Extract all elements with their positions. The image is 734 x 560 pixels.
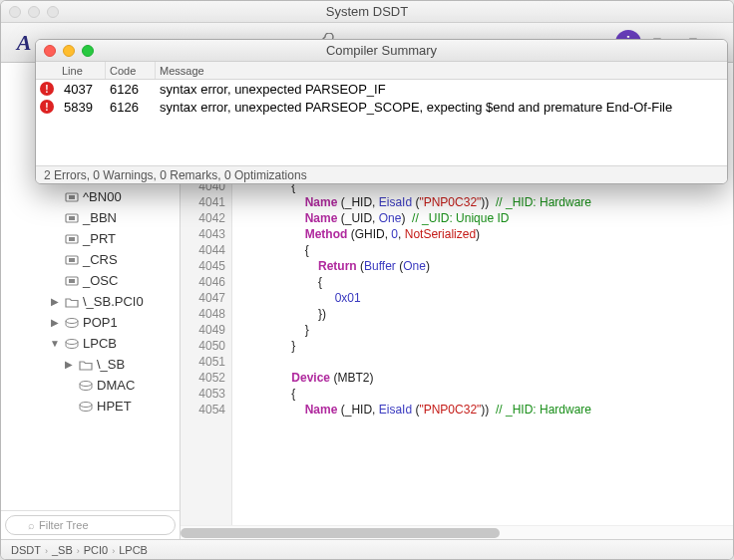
summary-columns: Line Code Message	[36, 62, 727, 80]
disclosure-icon[interactable]: ▼	[49, 338, 61, 349]
tree-item-lpcb[interactable]: ▼ LPCB	[1, 333, 180, 354]
tree-item-label: HPET	[97, 399, 132, 414]
error-code: 6126	[106, 100, 156, 115]
minimize-icon[interactable]	[28, 6, 40, 18]
tree-item-label: \_SB.PCI0	[83, 294, 144, 309]
tree-item-_prt[interactable]: _PRT	[1, 228, 180, 249]
summary-rows: ! 4037 6126 syntax error, unexpected PAR…	[36, 80, 727, 116]
folder-icon	[63, 296, 81, 308]
chevron-right-icon: ›	[77, 546, 80, 556]
tree-item-pop1[interactable]: ▶ POP1	[1, 312, 180, 333]
tree-item-_crs[interactable]: _CRS	[1, 249, 180, 270]
line-number: 4052	[181, 370, 225, 386]
statusbar: DSDT›_SB›PCI0›LPCB	[1, 539, 733, 559]
svg-rect-9	[69, 279, 75, 283]
crumb[interactable]: PCI0	[84, 544, 108, 556]
error-icon: !	[40, 100, 54, 114]
disclosure-icon[interactable]: ▶	[49, 317, 61, 328]
line-number: 4047	[181, 290, 225, 306]
line-number: 4043	[181, 226, 225, 242]
disk-icon	[77, 380, 95, 392]
line-number: 4042	[181, 210, 225, 226]
line-number: 4050	[181, 338, 225, 354]
tree-item-label: POP1	[83, 315, 118, 330]
tree-item-dmac[interactable]: DMAC	[1, 375, 180, 396]
main-traffic-lights	[9, 6, 59, 18]
folder-icon	[77, 359, 95, 371]
tree-item-label: DMAC	[97, 378, 135, 393]
line-number: 4053	[181, 386, 225, 402]
tree-item-label: _CRS	[83, 252, 118, 267]
minimize-icon[interactable]	[63, 45, 75, 57]
tree-item-_sb[interactable]: ▶ \_SB	[1, 354, 180, 375]
tree-item-bn00[interactable]: ^BN00	[1, 186, 180, 207]
chip-icon	[63, 232, 81, 246]
disk-icon	[77, 401, 95, 413]
filter-placeholder: Filter Tree	[39, 519, 89, 531]
error-message: syntax error, unexpected PARSEOP_SCOPE, …	[156, 100, 727, 115]
tree-item-_osc[interactable]: _OSC	[1, 270, 180, 291]
close-icon[interactable]	[44, 45, 56, 57]
disclosure-icon[interactable]: ▶	[49, 296, 61, 307]
line-number: 4045	[181, 258, 225, 274]
summary-title: Compiler Summary	[326, 43, 437, 58]
error-code: 6126	[106, 82, 156, 97]
compiler-summary-window[interactable]: Compiler Summary Line Code Message ! 403…	[35, 39, 728, 184]
svg-rect-5	[69, 237, 75, 241]
line-number: 4051	[181, 354, 225, 370]
summary-status: 2 Errors, 0 Warnings, 0 Remarks, 0 Optim…	[36, 165, 727, 183]
svg-point-12	[80, 381, 92, 386]
tree-item-_bbn[interactable]: _BBN	[1, 207, 180, 228]
svg-point-10	[66, 318, 78, 323]
zoom-icon[interactable]	[82, 45, 94, 57]
tree-item-label: ^BN00	[83, 189, 122, 204]
crumb[interactable]: DSDT	[11, 544, 41, 556]
tree-item-label: _PRT	[83, 231, 116, 246]
chip-icon	[63, 211, 81, 225]
tree-item-_sbpci0[interactable]: ▶ \_SB.PCI0	[1, 291, 180, 312]
disk-icon	[63, 317, 81, 329]
summary-titlebar[interactable]: Compiler Summary	[36, 40, 727, 62]
crumb[interactable]: _SB	[52, 544, 73, 556]
scrollbar-thumb[interactable]	[181, 528, 500, 538]
disclosure-icon[interactable]: ▶	[63, 359, 75, 370]
line-number: 4041	[181, 194, 225, 210]
crumb[interactable]: LPCB	[119, 544, 148, 556]
error-row[interactable]: ! 5839 6126 syntax error, unexpected PAR…	[36, 98, 727, 116]
svg-rect-1	[69, 195, 75, 199]
col-line[interactable]: Line	[58, 62, 106, 79]
search-icon: ⌕	[28, 519, 35, 531]
error-line: 4037	[58, 82, 106, 97]
line-number: 4044	[181, 242, 225, 258]
horizontal-scrollbar[interactable]	[181, 525, 733, 539]
chip-icon	[63, 274, 81, 288]
line-number: 4049	[181, 322, 225, 338]
svg-rect-3	[69, 216, 75, 220]
error-icon: !	[40, 82, 54, 96]
tree-item-hpet[interactable]: HPET	[1, 396, 180, 417]
tree-item-label: _OSC	[83, 273, 118, 288]
main-titlebar[interactable]: System DSDT	[1, 1, 733, 23]
font-icon[interactable]: A	[11, 30, 37, 56]
zoom-icon[interactable]	[47, 6, 59, 18]
line-number: 4046	[181, 274, 225, 290]
svg-point-11	[66, 339, 78, 344]
error-message: syntax error, unexpected PARSEOP_IF	[156, 82, 727, 97]
disk-icon	[63, 338, 81, 350]
tree-item-label: _BBN	[83, 210, 117, 225]
filter-tree-input[interactable]: ⌕ Filter Tree	[5, 515, 176, 535]
col-code[interactable]: Code	[106, 62, 156, 79]
close-icon[interactable]	[9, 6, 21, 18]
breadcrumb[interactable]: DSDT›_SB›PCI0›LPCB	[11, 544, 148, 556]
main-title: System DSDT	[326, 4, 408, 19]
chevron-right-icon: ›	[45, 546, 48, 556]
line-number: 4048	[181, 306, 225, 322]
chip-icon	[63, 253, 81, 267]
svg-rect-7	[69, 258, 75, 262]
error-row[interactable]: ! 4037 6126 syntax error, unexpected PAR…	[36, 80, 727, 98]
col-message[interactable]: Message	[156, 62, 727, 79]
svg-point-13	[80, 402, 92, 407]
line-number: 4054	[181, 402, 225, 418]
chevron-right-icon: ›	[112, 546, 115, 556]
error-line: 5839	[58, 100, 106, 115]
